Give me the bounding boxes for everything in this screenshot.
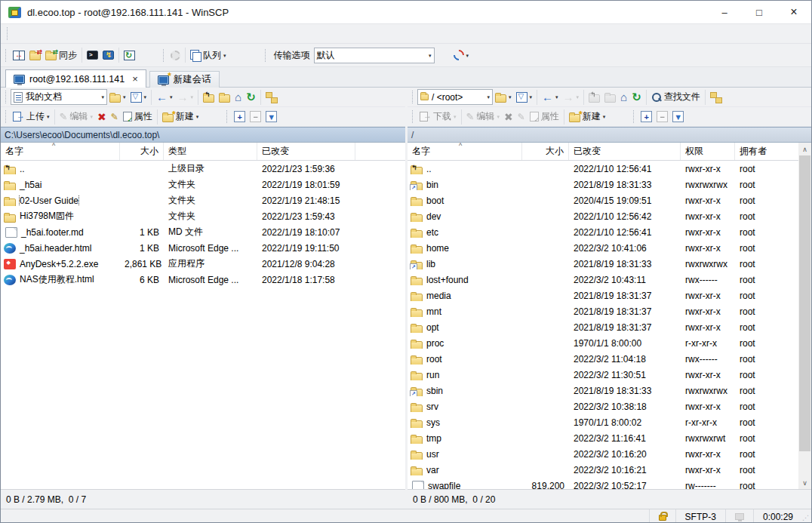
local-root-directory-button[interactable] xyxy=(217,91,232,104)
minimize-button[interactable]: – xyxy=(707,1,742,23)
local-tree-button[interactable] xyxy=(263,91,280,104)
chevron-down-icon[interactable] xyxy=(144,94,147,100)
chevron-down-icon[interactable] xyxy=(123,94,126,100)
synchronize-button[interactable]: 同步 xyxy=(43,48,79,63)
toolbar-grip[interactable] xyxy=(5,110,8,123)
local-refresh-button[interactable]: ↻ xyxy=(244,90,258,104)
file-row[interactable]: opt 2021/8/19 18:31:37 rwxr-xr-x root xyxy=(408,319,798,335)
menu-item[interactable] xyxy=(12,32,26,36)
menu-item[interactable] xyxy=(94,32,107,36)
transfer-settings-button[interactable] xyxy=(451,48,472,62)
remote-new-button[interactable]: 新建 xyxy=(567,109,608,125)
maximize-button[interactable]: □ xyxy=(742,1,777,23)
file-row[interactable]: NAS使用教程.html 6 KB Microsoft Edge ... 202… xyxy=(1,272,405,288)
chevron-down-icon[interactable] xyxy=(497,114,500,119)
column-header-size[interactable]: 大小 xyxy=(120,143,164,160)
chevron-down-icon[interactable] xyxy=(509,94,512,100)
local-path-bar[interactable]: C:\Users\ecoo\Documents\dl.ecoo.top\ xyxy=(1,127,405,143)
local-open-directory-button[interactable] xyxy=(107,91,128,104)
file-row[interactable]: media 2021/8/19 18:31:37 rwxr-xr-x root xyxy=(408,288,798,303)
remote-select-same-button[interactable]: ▼ xyxy=(670,109,686,124)
file-row[interactable]: etc 2022/1/10 12:56:41 rwxr-xr-x root xyxy=(408,224,798,240)
file-row[interactable]: .. 2022/1/10 12:56:41 rwxr-xr-x root xyxy=(408,161,798,177)
file-row[interactable]: dev 2022/1/10 12:56:42 rwxr-xr-x root xyxy=(408,208,798,224)
local-home-button[interactable]: ⌂ xyxy=(232,90,244,104)
file-row[interactable]: bin 2021/8/19 18:31:33 rwxrwxrwx root xyxy=(408,177,798,192)
remote-root-directory-button[interactable] xyxy=(602,91,618,104)
scrollbar-thumb[interactable] xyxy=(799,155,810,451)
scroll-up-icon[interactable]: ∧ xyxy=(798,143,811,155)
remote-path-bar[interactable]: / xyxy=(408,127,811,143)
toolbar-grip[interactable] xyxy=(226,110,229,123)
remote-forward-button[interactable]: → xyxy=(561,90,582,104)
file-row[interactable]: .. 上级目录 2022/1/23 1:59:36 xyxy=(1,161,405,177)
chevron-down-icon[interactable] xyxy=(555,94,558,100)
local-back-button[interactable]: ← xyxy=(154,90,175,104)
local-parent-directory-button[interactable] xyxy=(201,91,217,104)
chevron-down-icon[interactable] xyxy=(454,114,457,119)
menu-item[interactable] xyxy=(80,32,94,36)
toolbar-grip[interactable] xyxy=(5,91,8,103)
refresh-panels-button[interactable] xyxy=(121,49,137,62)
local-forward-button[interactable]: → xyxy=(175,90,196,104)
vertical-scrollbar[interactable]: ∧ ∨ xyxy=(798,143,811,489)
chevron-down-icon[interactable] xyxy=(90,114,93,119)
file-row[interactable]: var 2022/3/2 10:16:21 rwxr-xr-x root xyxy=(408,462,798,478)
remote-back-button[interactable]: ← xyxy=(540,90,561,104)
file-row[interactable]: mnt 2021/8/19 18:31:37 rwxr-xr-x root xyxy=(408,303,798,319)
scroll-down-icon[interactable]: ∨ xyxy=(798,476,811,489)
file-row[interactable]: _h5ai.header.html 1 KB Microsoft Edge ..… xyxy=(1,240,405,256)
chevron-down-icon[interactable] xyxy=(530,94,533,100)
remote-unselect-button[interactable]: − xyxy=(654,109,670,124)
file-row[interactable]: lib 2021/8/19 18:31:33 rwxrwxrwx root xyxy=(408,256,798,272)
file-row[interactable]: swapfile 819,200 2022/3/2 10:52:17 rw---… xyxy=(408,478,798,489)
file-row[interactable]: boot 2020/4/15 19:09:51 rwxr-xr-x root xyxy=(408,192,798,208)
remote-filter-button[interactable] xyxy=(514,91,535,104)
tab-session-active[interactable]: root@192.168.111.141 × xyxy=(5,69,146,88)
open-putty-button[interactable] xyxy=(100,49,116,61)
remote-delete-button[interactable]: ✖ xyxy=(502,110,515,124)
tab-new-session[interactable]: 新建会话 xyxy=(149,71,220,88)
file-row[interactable]: run 2022/3/2 11:30:51 rwxr-xr-x root xyxy=(408,367,798,383)
upload-button[interactable]: 上传 xyxy=(11,109,52,125)
column-header-size[interactable]: 大小 xyxy=(522,143,569,160)
file-row[interactable]: tmp 2022/3/2 11:16:41 rwxrwxrwt root xyxy=(408,430,798,446)
file-row[interactable]: _h5ai 文件夹 2022/1/19 18:01:59 xyxy=(1,177,405,192)
chevron-down-icon[interactable] xyxy=(603,114,606,119)
local-delete-button[interactable]: ✖ xyxy=(95,110,109,124)
remote-tree-button[interactable] xyxy=(708,91,724,104)
menu-item[interactable] xyxy=(53,32,66,36)
toolbar-grip[interactable] xyxy=(412,110,414,123)
toolbar-grip[interactable] xyxy=(265,49,267,62)
local-new-button[interactable]: 新建 xyxy=(160,109,201,125)
file-row[interactable]: srv 2022/3/2 10:38:18 rwxr-xr-x root xyxy=(408,398,798,414)
close-button[interactable]: × xyxy=(777,1,811,23)
chevron-down-icon[interactable] xyxy=(191,94,194,100)
local-select-same-button[interactable]: ▼ xyxy=(263,109,279,124)
file-row[interactable]: _h5ai.footer.md 1 KB MD 文件 2022/1/19 18:… xyxy=(1,224,405,240)
file-row[interactable]: lost+found 2022/3/2 10:43:11 rwx------ r… xyxy=(408,272,798,288)
synchronize-browsing-button[interactable] xyxy=(27,48,43,62)
queue-button[interactable]: 队列 xyxy=(188,48,229,63)
file-row[interactable]: proc 1970/1/1 8:00:00 r-xr-xr-x root xyxy=(408,335,798,351)
remote-select-button[interactable]: + xyxy=(638,109,654,124)
preferences-button[interactable] xyxy=(168,49,183,62)
local-rename-button[interactable]: ✎ xyxy=(109,111,121,123)
remote-rename-button[interactable]: ✎ xyxy=(515,111,527,123)
file-row[interactable]: home 2022/3/2 10:41:06 rwxr-xr-x root xyxy=(408,240,798,256)
file-row[interactable]: sbin 2021/8/19 18:31:33 rwxrwxrwx root xyxy=(408,383,798,398)
column-header-type[interactable]: 类型 xyxy=(164,143,257,160)
local-filter-button[interactable] xyxy=(128,91,149,104)
toggle-panels-button[interactable] xyxy=(11,49,27,62)
remote-location-combobox[interactable]: / <root> xyxy=(417,89,493,105)
toolbar-grip[interactable] xyxy=(633,110,635,123)
menu-item[interactable] xyxy=(66,32,80,36)
remote-parent-directory-button[interactable] xyxy=(586,91,602,104)
file-row[interactable]: usr 2022/3/2 10:16:20 rwxr-xr-x root xyxy=(408,446,798,462)
local-location-combobox[interactable]: 我的文档 xyxy=(11,89,107,105)
toolbar-grip[interactable] xyxy=(163,49,165,62)
menu-item[interactable] xyxy=(39,32,53,36)
chevron-down-icon[interactable] xyxy=(577,94,580,100)
file-row[interactable]: AnyDesk+5.2.2.exe 2,861 KB 应用程序 2021/12/… xyxy=(1,256,405,272)
file-row[interactable]: 02-User Guide 文件夹 2022/1/19 21:48:15 xyxy=(1,192,405,208)
